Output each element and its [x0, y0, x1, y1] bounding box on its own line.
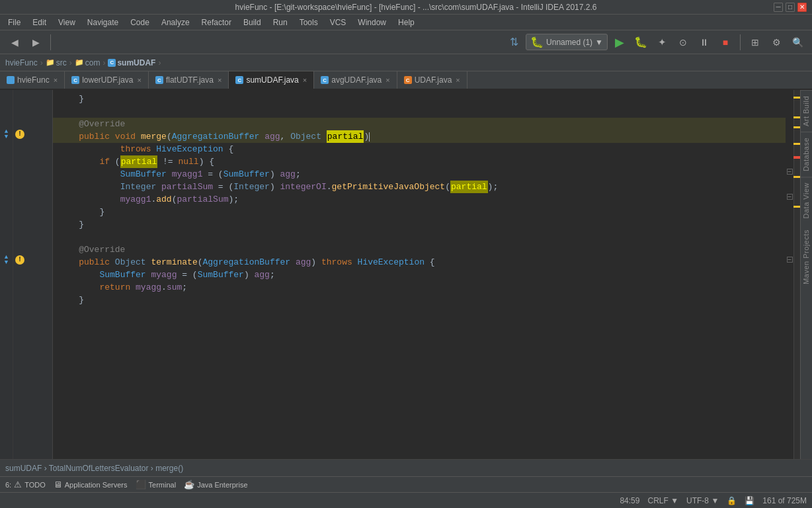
tab-close-flatUDTF[interactable]: × [218, 76, 222, 84]
code-editor[interactable]: } @Override public void merge(Aggregatio… [53, 90, 786, 459]
back-button[interactable]: ◀ [5, 33, 24, 52]
toolbar-sep-1 [50, 34, 51, 50]
status-bar: 84:59 CRLF ▼ UTF-8 ▼ 🔒 💾 161 of 725M [0, 492, 812, 508]
tab-icon-sumUDAF: C [235, 76, 243, 84]
tab-label-avgUDAF: avgUDAF.java [331, 75, 382, 85]
nav-arrows-icon[interactable]: ⇅ [505, 33, 523, 52]
tab-icon-lowerUDF: C [71, 76, 79, 84]
code-line: Integer partialSum = (Integer) integerOI… [53, 181, 786, 193]
overview-mark-6 [793, 206, 800, 208]
panel-tab-maven[interactable]: Maven Projects [801, 224, 812, 290]
tab-sumUDAF[interactable]: C sumUDAF.java × [229, 71, 314, 89]
hint-gutter: ! ! [13, 90, 26, 459]
breadcrumb-bar: hvieFunc › 📁 src › 📁 com › C sumUDAF › [0, 54, 812, 71]
tab-avgUDAF[interactable]: C avgUDAF.java × [314, 71, 397, 89]
tab-close-hvieFunc[interactable]: × [54, 76, 58, 84]
line-ending[interactable]: CRLF ▼ [647, 496, 678, 505]
breadcrumb-class[interactable]: sumUDAF [117, 58, 155, 67]
code-line: public Object terminate(AggregationBuffe… [53, 256, 786, 269]
panel-tab-data-view[interactable]: Data View [801, 177, 812, 224]
menu-code[interactable]: Code [125, 17, 155, 28]
menu-build[interactable]: Build [238, 17, 266, 28]
cursor-position[interactable]: 84:59 [620, 496, 639, 505]
nav-up-icon: ▲ ▼ [0, 128, 13, 140]
tab-lowerUDF[interactable]: C lowerUDF.java × [65, 71, 149, 89]
forward-button[interactable]: ▶ [26, 33, 45, 52]
tab-flatUDTF[interactable]: C flatUDTF.java × [149, 71, 229, 89]
run-button[interactable]: ▶ [610, 33, 629, 52]
tab-icon-UDAF: C [404, 76, 412, 84]
tab-icon-flatUDTF: C [155, 76, 163, 84]
todo-tool[interactable]: 6: ⚠ TODO [5, 480, 46, 489]
lines-count[interactable]: 161 of 725M [762, 496, 807, 505]
menu-edit[interactable]: Edit [27, 17, 52, 28]
code-line [53, 105, 786, 118]
pause-button[interactable]: ⏸ [695, 33, 713, 52]
overview-mark-4 [793, 143, 800, 145]
code-line: SumBuffer myagg = (SumBuffer) agg; [53, 269, 786, 281]
code-line: throws HiveException { [53, 143, 786, 155]
tab-label-flatUDTF: flatUDTF.java [166, 75, 214, 85]
overview-mark-5 [793, 176, 800, 178]
breadcrumb-com[interactable]: com [85, 58, 101, 67]
tab-close-UDAF[interactable]: × [456, 76, 460, 84]
fold-icon-1[interactable]: ─ [787, 165, 793, 178]
panel-tab-art-build[interactable]: Art Build [801, 90, 812, 132]
fold-gutter: ─ ─ ─ [786, 90, 793, 459]
tab-hvieFunc[interactable]: hvieFunc × [0, 71, 65, 89]
search-everywhere-button[interactable]: 🔍 [788, 33, 807, 52]
run-more-button[interactable]: ⊙ [674, 33, 692, 52]
code-line: @Override [53, 118, 786, 130]
overview-ruler[interactable] [793, 90, 800, 459]
code-line [53, 231, 786, 243]
panel-tab-database[interactable]: Database [801, 132, 812, 177]
menu-file[interactable]: File [3, 17, 26, 28]
close-button[interactable]: ✕ [797, 3, 807, 12]
hint-icon-2[interactable]: ! [15, 253, 24, 266]
todo-number: 6: [5, 481, 11, 489]
fold-icon-3[interactable]: ─ [787, 253, 793, 266]
overview-mark-3 [793, 126, 800, 128]
fold-icon-2[interactable]: ─ [787, 190, 793, 203]
window-title: hvieFunc - [E:\git-workspace\hvieFunc] -… [58, 3, 774, 12]
breadcrumb-project[interactable]: hvieFunc [5, 58, 38, 67]
bottom-toolbar: 6: ⚠ TODO 🖥 Application Servers ⬛ Termin… [0, 476, 812, 492]
tab-icon-avgUDAF: C [321, 76, 329, 84]
tab-close-sumUDAF[interactable]: × [303, 76, 307, 84]
tab-close-lowerUDF[interactable]: × [138, 76, 142, 84]
hint-icon-1[interactable]: ! [15, 128, 24, 140]
stop-button[interactable]: ■ [716, 33, 735, 52]
toolbar-sep-2 [740, 34, 741, 50]
code-line: } [53, 93, 786, 105]
menu-navigate[interactable]: Navigate [82, 17, 124, 28]
code-line: SumBuffer myagg1 = (SumBuffer) agg; [53, 168, 786, 181]
menu-tools[interactable]: Tools [294, 17, 323, 28]
menu-help[interactable]: Help [393, 17, 420, 28]
tab-label-UDAF: UDAF.java [415, 75, 452, 85]
tab-UDAF[interactable]: C UDAF.java × [397, 71, 467, 89]
right-panel-tabs: Art Build Database Data View Maven Proje… [800, 90, 812, 459]
menu-run[interactable]: Run [268, 17, 293, 28]
menu-vcs[interactable]: VCS [325, 17, 352, 28]
maximize-button[interactable]: □ [786, 3, 795, 12]
tab-close-avgUDAF[interactable]: × [386, 76, 389, 84]
project-structure-button[interactable]: ⊞ [746, 33, 764, 52]
breadcrumb-src[interactable]: src [56, 58, 67, 67]
debug-button[interactable]: 🐛 [631, 33, 650, 52]
left-margin: ▲ ▼ ▲ ▼ [0, 90, 13, 459]
encoding[interactable]: UTF-8 ▼ [686, 496, 719, 505]
menu-window[interactable]: Window [352, 17, 391, 28]
java-enterprise-label: Java Enterprise [197, 481, 247, 489]
tab-label-hvieFunc: hvieFunc [17, 75, 50, 85]
coverage-button[interactable]: ✦ [653, 33, 671, 52]
settings-button[interactable]: ⚙ [767, 33, 786, 52]
run-config-dropdown[interactable]: 🐛 Unnamed (1) ▼ [526, 34, 608, 50]
terminal-tool[interactable]: ⬛ Terminal [136, 480, 177, 489]
minimize-button[interactable]: ─ [774, 3, 783, 12]
code-line: } [53, 206, 786, 218]
menu-refactor[interactable]: Refactor [196, 17, 237, 28]
menu-analyze[interactable]: Analyze [156, 17, 195, 28]
app-servers-tool[interactable]: 🖥 Application Servers [54, 480, 128, 489]
menu-view[interactable]: View [53, 17, 81, 28]
java-enterprise-tool[interactable]: ☕ Java Enterprise [184, 480, 247, 489]
